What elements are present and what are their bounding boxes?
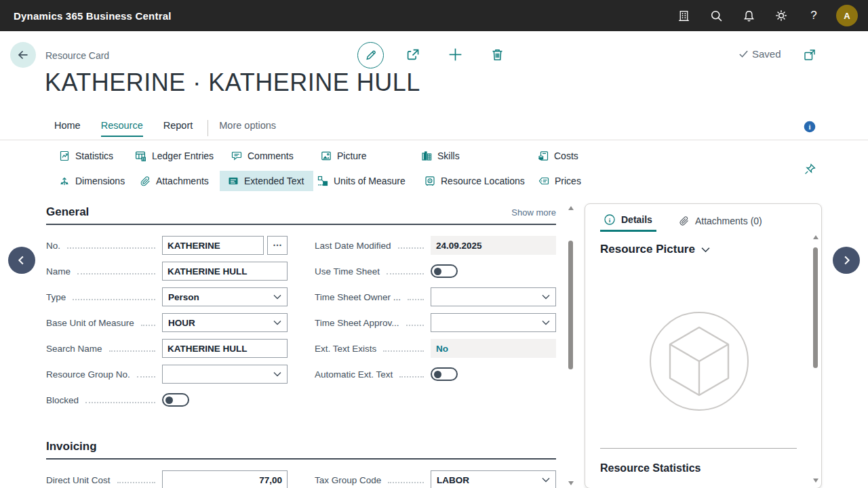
assist-edit-button[interactable]: … bbox=[267, 236, 288, 255]
base-unit-of-measure-select[interactable]: HOUR bbox=[162, 313, 288, 332]
tabs-underline bbox=[0, 140, 868, 140]
action-comments[interactable]: Comments bbox=[224, 146, 300, 166]
last-date-modified-value: 24.09.2025 bbox=[431, 236, 556, 255]
edit-button[interactable] bbox=[357, 42, 384, 68]
type-select[interactable]: Person bbox=[162, 287, 288, 306]
field-no: No. … bbox=[46, 232, 288, 258]
tab-report[interactable]: Report bbox=[163, 120, 193, 136]
action-ledger-entries[interactable]: Ledger Entries bbox=[128, 146, 220, 166]
blocked-toggle[interactable] bbox=[162, 393, 189, 407]
search-name-input[interactable] bbox=[162, 339, 288, 358]
name-input[interactable] bbox=[162, 262, 288, 281]
tab-more-options[interactable]: More options bbox=[219, 120, 276, 136]
share-button[interactable] bbox=[403, 45, 422, 64]
add-button[interactable] bbox=[446, 45, 465, 64]
back-button[interactable] bbox=[10, 42, 36, 68]
general-section: General Show more No. … Name bbox=[46, 205, 556, 413]
app-title: Dynamics 365 Business Central bbox=[14, 10, 172, 22]
extended-text-icon bbox=[228, 176, 239, 186]
action-picture[interactable]: Picture bbox=[314, 146, 374, 166]
paperclip-icon bbox=[140, 176, 151, 186]
action-skills[interactable]: Skills bbox=[414, 146, 467, 166]
settings-icon[interactable] bbox=[765, 0, 797, 31]
resource-picture-placeholder bbox=[645, 307, 753, 418]
help-icon[interactable]: ? bbox=[797, 0, 830, 31]
no-input[interactable] bbox=[162, 236, 264, 255]
scroll-up-arrow[interactable] bbox=[568, 206, 574, 210]
page-title: KATHERINE · KATHERINE HULL bbox=[45, 68, 420, 97]
company-icon[interactable] bbox=[667, 0, 700, 31]
field-time-sheet-owner: Time Sheet Owner ... bbox=[315, 284, 556, 310]
chevron-down-icon bbox=[273, 294, 281, 300]
section-rule bbox=[46, 224, 556, 225]
delete-button[interactable] bbox=[488, 45, 506, 63]
ledger-entries-icon bbox=[135, 150, 146, 162]
factbox-tab-details[interactable]: i Details bbox=[600, 214, 656, 232]
previous-record-button[interactable] bbox=[8, 247, 35, 274]
factbox-panel: i Details Attachments (0) Resource Pictu… bbox=[585, 203, 822, 488]
tab-divider bbox=[208, 120, 208, 136]
scroll-down-arrow[interactable] bbox=[568, 481, 574, 485]
next-record-button[interactable] bbox=[833, 247, 860, 274]
show-more-link[interactable]: Show more bbox=[511, 207, 556, 218]
scroll-up-arrow[interactable] bbox=[813, 235, 818, 239]
use-time-sheet-toggle[interactable] bbox=[431, 264, 458, 278]
chevron-down-icon bbox=[273, 320, 281, 325]
notifications-icon[interactable] bbox=[732, 0, 765, 31]
tab-resource[interactable]: Resource bbox=[101, 120, 143, 137]
units-of-measure-icon bbox=[317, 176, 328, 186]
action-resource-locations[interactable]: Resource Locations bbox=[418, 171, 532, 191]
resource-picture-section-toggle[interactable]: Resource Picture bbox=[600, 243, 710, 256]
action-statistics[interactable]: Statistics bbox=[52, 146, 120, 166]
invoicing-section: Invoicing Direct Unit Cost Tax Group Cod… bbox=[46, 440, 556, 488]
skills-icon bbox=[421, 150, 432, 161]
topbar: Dynamics 365 Business Central ? A bbox=[0, 0, 868, 31]
chevron-down-icon bbox=[542, 477, 550, 483]
section-rule bbox=[46, 458, 556, 460]
automatic-ext-text-toggle[interactable] bbox=[431, 367, 458, 381]
factbox-tab-attachments[interactable]: Attachments (0) bbox=[675, 214, 766, 232]
factbox-tabs: i Details Attachments (0) bbox=[585, 204, 821, 232]
avatar[interactable]: A bbox=[836, 5, 858, 26]
tab-home[interactable]: Home bbox=[54, 120, 81, 136]
general-heading: General bbox=[46, 205, 89, 219]
paperclip-icon bbox=[679, 216, 689, 226]
scroll-down-arrow[interactable] bbox=[813, 479, 818, 483]
field-use-time-sheet: Use Time Sheet bbox=[315, 258, 556, 284]
field-direct-unit-cost: Direct Unit Cost bbox=[46, 467, 288, 488]
pin-icon[interactable] bbox=[802, 161, 817, 176]
field-automatic-ext-text: Automatic Ext. Text bbox=[315, 361, 556, 387]
plus-icon bbox=[447, 46, 464, 63]
field-type: Type Person bbox=[46, 284, 288, 310]
factbox-divider bbox=[600, 448, 797, 449]
direct-unit-cost-input[interactable] bbox=[162, 470, 288, 488]
scrollbar-thumb[interactable] bbox=[568, 241, 573, 369]
action-attachments[interactable]: Attachments bbox=[134, 171, 216, 191]
main-scrollbar[interactable] bbox=[567, 203, 575, 488]
chevron-right-icon bbox=[839, 253, 854, 268]
resource-card-page: Dynamics 365 Business Central ? A Resour… bbox=[0, 0, 868, 488]
field-tax-group-code: Tax Group Code LABOR bbox=[315, 467, 556, 488]
action-costs[interactable]: Costs bbox=[531, 146, 585, 166]
field-resource-group-no: Resource Group No. bbox=[46, 361, 288, 387]
action-prices[interactable]: Prices bbox=[532, 171, 588, 191]
chevron-left-icon bbox=[14, 253, 29, 268]
time-sheet-owner-select[interactable] bbox=[431, 287, 556, 306]
field-last-date-modified: Last Date Modified 24.09.2025 bbox=[315, 232, 556, 258]
chevron-down-icon bbox=[542, 294, 550, 300]
action-dimensions[interactable]: Dimensions bbox=[52, 171, 132, 191]
time-sheet-approver-select[interactable] bbox=[431, 313, 556, 332]
scrollbar-thumb[interactable] bbox=[813, 247, 818, 368]
resource-statistics-section[interactable]: Resource Statistics bbox=[600, 462, 701, 474]
save-status: Saved bbox=[738, 48, 781, 60]
action-units-of-measure[interactable]: Units of Measure bbox=[311, 171, 412, 191]
resource-group-no-select[interactable] bbox=[162, 365, 288, 384]
open-in-new-window-icon[interactable] bbox=[802, 47, 817, 62]
factbox-scrollbar[interactable] bbox=[812, 235, 819, 483]
action-extended-text[interactable]: Extended Text bbox=[220, 171, 313, 191]
search-icon[interactable] bbox=[700, 0, 732, 31]
tax-group-code-select[interactable]: LABOR bbox=[431, 470, 556, 488]
resource-locations-icon bbox=[425, 176, 435, 186]
field-ext-text-exists: Ext. Text Exists No bbox=[315, 336, 556, 361]
info-icon[interactable]: i bbox=[804, 121, 816, 133]
